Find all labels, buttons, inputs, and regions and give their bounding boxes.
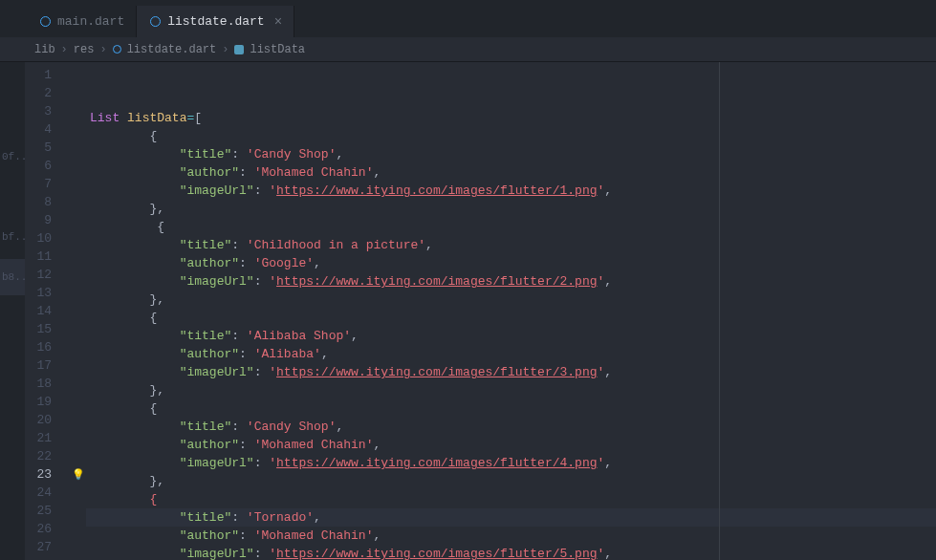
code-line[interactable]: { (86, 218, 936, 236)
glyph-slot (71, 84, 86, 102)
glyph-slot (71, 375, 86, 393)
glyph-slot (71, 484, 86, 502)
line-number[interactable]: 20 (25, 411, 52, 429)
glyph-slot (71, 175, 86, 193)
breadcrumb-item[interactable]: listData (250, 43, 305, 56)
breadcrumb-item[interactable]: res (74, 43, 95, 56)
line-number[interactable]: 26 (25, 520, 52, 538)
code-line[interactable]: "imageUrl": 'https://www.itying.com/imag… (86, 363, 936, 381)
line-number[interactable]: 5 (25, 139, 52, 157)
edge-item[interactable]: 0f... (0, 139, 25, 175)
line-number[interactable]: 11 (25, 248, 52, 266)
glyph-slot (71, 139, 86, 157)
line-number[interactable]: 28 (25, 556, 52, 560)
code-line[interactable]: { (86, 309, 936, 327)
line-number[interactable]: 19 (25, 393, 52, 411)
glyph-slot (71, 338, 86, 356)
line-number[interactable]: 25 (25, 502, 52, 520)
glyph-gutter: 💡 (71, 62, 86, 560)
code-line[interactable]: "imageUrl": 'https://www.itying.com/imag… (86, 545, 936, 560)
glyph-slot (71, 193, 86, 211)
glyph-slot (71, 120, 86, 139)
code-line[interactable]: }, (86, 381, 936, 399)
glyph-slot (71, 538, 86, 556)
code-line[interactable]: { (86, 490, 936, 508)
code-line[interactable]: "title": 'Alibaba Shop', (86, 327, 936, 345)
tab-main-dart[interactable]: main.dart (27, 6, 137, 37)
line-number[interactable]: 7 (25, 175, 52, 193)
code-line[interactable]: "imageUrl": 'https://www.itying.com/imag… (86, 272, 936, 291)
glyph-slot (71, 520, 86, 538)
glyph-slot (71, 211, 86, 229)
line-number[interactable]: 4 (25, 120, 52, 139)
line-number[interactable]: 2 (25, 84, 52, 102)
line-number[interactable]: 6 (25, 157, 52, 175)
line-number[interactable]: 18 (25, 375, 52, 393)
editor-ruler (719, 62, 720, 560)
code-line[interactable]: "imageUrl": 'https://www.itying.com/imag… (86, 182, 936, 200)
editor: 0f... bf... b8... 1234567891011121314151… (0, 62, 936, 560)
code-line[interactable]: "author": 'Alibaba', (86, 345, 936, 363)
line-number[interactable]: 22 (25, 447, 52, 465)
line-number[interactable]: 24 (25, 484, 52, 502)
chevron-right-icon: › (99, 43, 106, 56)
line-number[interactable]: 17 (25, 356, 52, 375)
code-line[interactable]: }, (86, 200, 936, 218)
glyph-slot (71, 302, 86, 320)
code-area[interactable]: List listData=[ { "title": 'Candy Shop',… (86, 62, 936, 560)
line-number[interactable]: 21 (25, 429, 52, 447)
breadcrumb[interactable]: lib › res › listdate.dart › listData (0, 37, 936, 62)
glyph-slot (71, 229, 86, 248)
code-line[interactable]: }, (86, 472, 936, 490)
edge-item (0, 179, 25, 215)
glyph-slot (71, 284, 86, 302)
line-number[interactable]: 13 (25, 284, 52, 302)
code-line[interactable]: "author": 'Mohamed Chahin', (86, 527, 936, 545)
edge-item[interactable]: b8... (0, 259, 25, 295)
code-line[interactable]: "imageUrl": 'https://www.itying.com/imag… (86, 454, 936, 472)
code-line[interactable]: "title": 'Childhood in a picture', (86, 236, 936, 254)
breadcrumb-item[interactable]: lib (34, 43, 55, 56)
symbol-variable-icon (234, 45, 244, 54)
code-line[interactable]: "title": 'Tornado', (86, 508, 936, 527)
code-line[interactable]: { (86, 399, 936, 418)
glyph-slot (71, 411, 86, 429)
code-line[interactable]: "author": 'Mohamed Chahin', (86, 163, 936, 182)
breadcrumb-item[interactable]: listdate.dart (127, 43, 217, 56)
line-number[interactable]: 15 (25, 320, 52, 338)
glyph-slot (71, 502, 86, 520)
close-icon[interactable]: × (274, 14, 282, 30)
line-number[interactable]: 3 (25, 102, 52, 120)
glyph-slot (71, 66, 86, 84)
line-number[interactable]: 8 (25, 193, 52, 211)
edge-item[interactable]: bf... (0, 219, 25, 255)
tab-listdate-dart[interactable]: listdate.dart × (137, 6, 294, 37)
glyph-slot (71, 356, 86, 375)
line-number[interactable]: 23 (25, 465, 52, 484)
glyph-slot (71, 556, 86, 560)
line-number[interactable]: 1 (25, 66, 52, 84)
dart-file-icon (148, 15, 162, 29)
line-number-gutter: 1234567891011121314151617181920212223242… (25, 62, 71, 560)
line-number[interactable]: 16 (25, 338, 52, 356)
line-number[interactable]: 10 (25, 229, 52, 248)
code-line[interactable]: }, (86, 291, 936, 309)
line-number[interactable]: 14 (25, 302, 52, 320)
code-line[interactable]: "author": 'Mohamed Chahin', (86, 436, 936, 454)
code-line[interactable]: "title": 'Candy Shop', (86, 418, 936, 436)
code-line[interactable]: "title": 'Candy Shop', (86, 145, 936, 163)
tab-bar: main.dart listdate.dart × (0, 6, 936, 37)
glyph-slot (71, 320, 86, 338)
dart-file-icon (38, 15, 52, 29)
code-line[interactable]: "author": 'Google', (86, 254, 936, 272)
code-line[interactable]: List listData=[ (86, 109, 936, 127)
code-line[interactable]: { (86, 127, 936, 145)
line-number[interactable]: 12 (25, 266, 52, 284)
line-number[interactable]: 9 (25, 211, 52, 229)
line-number[interactable]: 27 (25, 538, 52, 556)
lightbulb-icon[interactable]: 💡 (72, 468, 85, 481)
glyph-slot (71, 248, 86, 266)
tab-label: listdate.dart (167, 14, 264, 29)
glyph-slot (71, 429, 86, 447)
dart-file-icon (113, 45, 121, 54)
